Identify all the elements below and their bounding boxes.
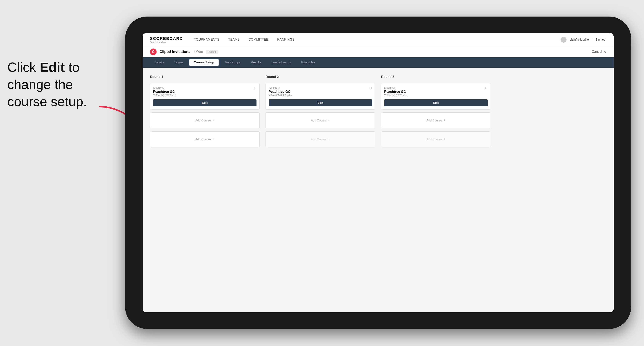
annotation-text: Click Edit tochange thecourse setup.: [7, 59, 87, 110]
tournament-gender: (Men): [194, 50, 203, 54]
nav-links: TOURNAMENTS TEAMS COMMITTEE RANKINGS: [194, 38, 561, 41]
round-3-delete-icon[interactable]: ⊟: [484, 86, 488, 90]
round-3-add-course-2: Add Course +: [381, 131, 491, 147]
tab-leaderboards[interactable]: Leaderboards: [267, 59, 295, 66]
round-3-course-name: Peachtree GC: [384, 90, 488, 94]
cancel-button[interactable]: Cancel ✕: [592, 50, 606, 54]
round-1-column: Round 1 ⊟ (Course A) Peachtree GC Yellow…: [150, 75, 260, 147]
main-content: Round 1 ⊟ (Course A) Peachtree GC Yellow…: [142, 68, 614, 312]
round-2-course-label: (Course A): [269, 86, 372, 89]
tablet-screen: SCOREBOARD Powered by clippd TOURNAMENTS…: [142, 33, 614, 312]
nav-teams[interactable]: TEAMS: [228, 38, 240, 41]
round-3-course-details: Yellow (M) (6629 yds): [384, 94, 488, 96]
round-3-plus-2: +: [444, 138, 446, 141]
round-2-plus-2: +: [328, 138, 330, 141]
tab-results[interactable]: Results: [246, 59, 266, 66]
round-2-edit-button[interactable]: Edit: [269, 99, 372, 106]
round-1-title: Round 1: [150, 75, 260, 79]
user-avatar: [561, 37, 566, 43]
round-2-course-details: Yellow (M) (6629 yds): [269, 94, 372, 96]
round-3-course-card: ⊟ (Course A) Peachtree GC Yellow (M) (66…: [381, 83, 491, 110]
cancel-label: Cancel: [592, 50, 602, 54]
round-1-course-card: ⊟ (Course A) Peachtree GC Yellow (M) (66…: [150, 83, 260, 110]
round-3-plus-1: +: [444, 119, 446, 122]
rounds-grid: Round 1 ⊟ (Course A) Peachtree GC Yellow…: [150, 75, 606, 147]
logo-area: SCOREBOARD Powered by clippd: [150, 36, 183, 43]
tab-tee-groups[interactable]: Tee Groups: [220, 59, 245, 66]
round-1-plus-1: +: [212, 119, 214, 122]
round-1-course-details: Yellow (M) (6629 yds): [153, 94, 256, 96]
round-1-plus-2: +: [212, 138, 214, 141]
tab-teams[interactable]: Teams: [170, 59, 188, 66]
round-2-add-course-2: Add Course +: [266, 131, 375, 147]
nav-tournaments[interactable]: TOURNAMENTS: [194, 38, 220, 41]
round-1-add-course-2[interactable]: Add Course +: [150, 131, 260, 147]
tournament-name: Clippd Invitational: [160, 50, 191, 54]
sub-header-left: C Clippd Invitational (Men) Hosting: [150, 48, 218, 55]
scoreboard-logo: SCOREBOARD: [150, 36, 183, 41]
tablet-device: SCOREBOARD Powered by clippd TOURNAMENTS…: [125, 16, 631, 329]
round-3-add-course-text-2: Add Course +: [426, 138, 445, 141]
round-1-course-name: Peachtree GC: [153, 90, 256, 94]
cancel-x-icon: ✕: [604, 50, 606, 54]
sign-out-link[interactable]: Sign out: [596, 38, 606, 41]
round-3-column: Round 3 ⊟ (Course A) Peachtree GC Yellow…: [381, 75, 491, 147]
top-navigation: SCOREBOARD Powered by clippd TOURNAMENTS…: [142, 33, 614, 46]
user-email: blair@clippd.io: [570, 38, 589, 41]
round-1-add-label-1: Add Course: [195, 119, 211, 122]
nav-rankings[interactable]: RANKINGS: [277, 38, 294, 41]
round-3-add-course-1[interactable]: Add Course +: [381, 112, 491, 129]
sub-header: C Clippd Invitational (Men) Hosting Canc…: [142, 46, 614, 57]
round-2-add-course-1[interactable]: Add Course +: [266, 112, 375, 129]
round-2-course-card: ⊟ (Course A) Peachtree GC Yellow (M) (66…: [266, 83, 375, 110]
tab-printables[interactable]: Printables: [297, 59, 320, 66]
round-2-add-course-text-1: Add Course +: [311, 119, 330, 122]
round-2-add-label-1: Add Course: [311, 119, 326, 122]
round-2-add-course-text-2: Add Course +: [311, 138, 330, 141]
tab-bar: Details Teams Course Setup Tee Groups Re…: [142, 57, 614, 68]
nav-right: blair@clippd.io | Sign out: [561, 37, 606, 43]
round-2-delete-icon[interactable]: ⊟: [368, 86, 373, 90]
round-1-add-course-text-1: Add Course +: [195, 119, 214, 122]
round-1-add-label-2: Add Course: [195, 138, 211, 141]
round-3-title: Round 3: [381, 75, 491, 79]
round-2-column: Round 2 ⊟ (Course A) Peachtree GC Yellow…: [266, 75, 375, 147]
round-1-add-course-text-2: Add Course +: [195, 138, 214, 141]
round-2-title: Round 2: [266, 75, 375, 79]
round-1-course-label: (Course A): [153, 86, 256, 89]
round-2-add-label-2: Add Course: [311, 138, 326, 141]
annotation-prefix: Click: [7, 60, 40, 75]
hosting-badge: Hosting: [206, 50, 218, 54]
round-3-add-course-text-1: Add Course +: [426, 119, 445, 122]
round-3-add-label-1: Add Course: [426, 119, 442, 122]
annotation-bold: Edit: [40, 60, 65, 75]
round-3-add-label-2: Add Course: [426, 138, 442, 141]
round-1-edit-button[interactable]: Edit: [153, 99, 256, 106]
round-2-plus-1: +: [328, 119, 330, 122]
round-1-add-course-1[interactable]: Add Course +: [150, 112, 260, 129]
tab-course-setup[interactable]: Course Setup: [189, 59, 218, 66]
nav-separator: |: [592, 38, 592, 41]
round-3-edit-button[interactable]: Edit: [384, 99, 488, 106]
round-4-column-empty: [496, 75, 606, 147]
c-logo-icon: C: [150, 48, 156, 55]
nav-committee[interactable]: COMMITTEE: [248, 38, 268, 41]
tab-details[interactable]: Details: [150, 59, 168, 66]
round-1-delete-icon[interactable]: ⊟: [253, 86, 257, 90]
round-2-course-name: Peachtree GC: [269, 90, 372, 94]
round-3-course-label: (Course A): [384, 86, 488, 89]
logo-powered-by: Powered by clippd: [150, 41, 183, 43]
